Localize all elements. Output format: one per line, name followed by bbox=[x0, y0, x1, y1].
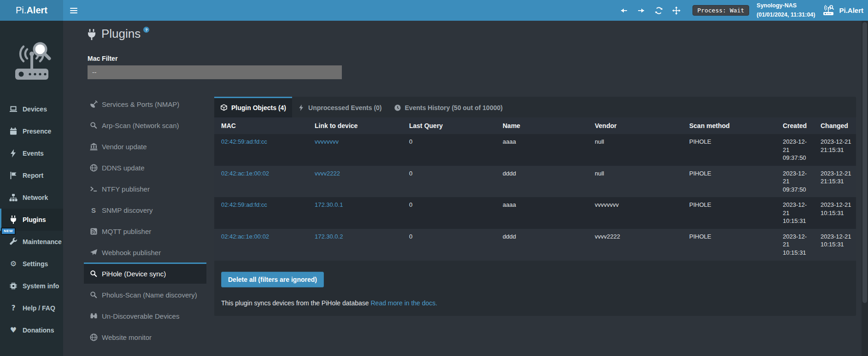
binoculars-icon bbox=[89, 312, 98, 320]
mac-link[interactable]: 02:42:ac:1e:00:02 bbox=[214, 229, 311, 261]
plugin-nav: Services & Ports (NMAP) Arp-Scan (Networ… bbox=[84, 93, 206, 347]
delete-all-button[interactable]: Delete all (filters are ignored) bbox=[221, 272, 324, 287]
refresh-button[interactable] bbox=[650, 0, 668, 21]
vendor-cell: vvvvvvvv bbox=[591, 197, 686, 229]
table-row: 02:42:ac:1e:00:02 172.30.0.2 0 dddd vvvv… bbox=[214, 229, 856, 261]
globe-icon bbox=[89, 164, 98, 172]
plugin-nav-item-mqtt-publisher[interactable]: MQTT publisher bbox=[84, 220, 206, 241]
plugin-nav-item-webhook-publisher[interactable]: Webhook publisher bbox=[84, 241, 206, 263]
nav-back-button[interactable] bbox=[615, 0, 633, 21]
move-icon bbox=[672, 6, 680, 15]
sidebar-menu: Devices Presence Events Report Network P bbox=[0, 98, 63, 341]
plugin-nav-item-snmp-discovery[interactable]: S SNMP discovery bbox=[84, 199, 206, 220]
scrollbar-thumb[interactable] bbox=[862, 22, 867, 303]
name-cell: aaaa bbox=[499, 197, 591, 229]
sidebar-item-donations[interactable]: ♥ Donations bbox=[0, 319, 63, 341]
scan-method-cell: PIHOLE bbox=[686, 229, 779, 261]
nav-forward-button[interactable] bbox=[633, 0, 650, 21]
sidebar-item-network[interactable]: Network bbox=[0, 187, 63, 209]
host-name: Synology-NAS bbox=[757, 1, 815, 10]
router-scan-icon bbox=[821, 5, 835, 17]
page-scrollbar[interactable] bbox=[862, 21, 868, 356]
docs-link[interactable]: Read more in the docs. bbox=[371, 299, 438, 307]
router-scan-logo-icon bbox=[9, 39, 55, 82]
mac-link[interactable]: 02:42:59:ad:fd:cc bbox=[214, 134, 311, 166]
brand-suffix: Alert bbox=[26, 5, 47, 16]
device-link[interactable]: vvvv2222 bbox=[311, 166, 405, 198]
column-header-last-query[interactable]: Last Query bbox=[405, 117, 499, 134]
page-title: Plugins bbox=[101, 26, 141, 41]
changed-cell: 2023-12-21 10:15:31 bbox=[817, 229, 856, 261]
sidebar-item-devices[interactable]: Devices bbox=[0, 98, 63, 120]
vendor-cell: vvvv2222 bbox=[591, 229, 686, 261]
magnifier-icon bbox=[89, 122, 98, 129]
mac-link[interactable]: 02:42:59:ad:fd:cc bbox=[214, 197, 311, 229]
name-cell: dddd bbox=[499, 166, 591, 198]
plugin-description: This plugin syncs devices from the PiHol… bbox=[221, 299, 856, 307]
column-header-changed[interactable]: Changed bbox=[817, 117, 856, 134]
plugin-description-text: This plugin syncs devices from the PiHol… bbox=[221, 299, 369, 307]
app-brand[interactable]: Pi.Alert bbox=[0, 0, 63, 21]
name-cell: dddd bbox=[499, 229, 591, 261]
sidebar-item-help-faq[interactable]: ? Help / FAQ bbox=[0, 297, 63, 319]
column-header-scan-method[interactable]: Scan method bbox=[686, 117, 779, 134]
column-header-vendor[interactable]: Vendor bbox=[591, 117, 686, 134]
plugin-nav-item-pihole-device-sync[interactable]: PiHole (Device sync) bbox=[84, 263, 206, 284]
terminal-icon bbox=[89, 185, 98, 193]
sidebar-item-events[interactable]: Events bbox=[0, 142, 63, 164]
table-header-row: MAC Link to device Last Query Name Vendo… bbox=[214, 117, 856, 134]
plugin-nav-item-website-monitor[interactable]: Website monitor bbox=[84, 326, 206, 347]
topbar-app-name: Pi.Alert bbox=[839, 6, 863, 14]
plugin-nav-item-arp-scan[interactable]: Arp-Scan (Network scan) bbox=[84, 114, 206, 135]
plugin-nav-item-services-ports[interactable]: Services & Ports (NMAP) bbox=[84, 93, 206, 114]
plugin-nav-item-ddns-update[interactable]: DDNS update bbox=[84, 157, 206, 178]
sidebar-item-system-info[interactable]: System info bbox=[0, 275, 63, 297]
arrow-right-icon bbox=[637, 6, 645, 15]
column-header-created[interactable]: Created bbox=[779, 117, 817, 134]
bank-icon bbox=[89, 143, 98, 151]
mac-filter-label: Mac Filter bbox=[88, 55, 117, 62]
tab-bar: Plugin Objects (4) Unprocessed Events (0… bbox=[214, 97, 856, 117]
help-badge[interactable]: ? bbox=[143, 27, 149, 33]
device-link[interactable]: 172.30.0.2 bbox=[311, 229, 405, 261]
name-cell: aaaa bbox=[499, 134, 591, 166]
column-header-mac[interactable]: MAC bbox=[214, 117, 311, 134]
created-cell: 2023-12-21 09:37:50 bbox=[779, 166, 817, 198]
tab-unprocessed-events[interactable]: Unprocessed Events (0) bbox=[292, 97, 388, 117]
move-button[interactable] bbox=[668, 0, 685, 21]
topbar-right: Process: Wait Synology-NAS (01/01/2024, … bbox=[615, 0, 868, 21]
plugin-nav-item-ntfy-publisher[interactable]: NTFY publisher bbox=[84, 178, 206, 199]
main-content: Plugins ? Mac Filter Services & Ports (N… bbox=[63, 21, 868, 356]
table-row: 02:42:ac:1e:00:02 vvvv2222 0 dddd null P… bbox=[214, 166, 856, 198]
tab-plugin-objects[interactable]: Plugin Objects (4) bbox=[214, 97, 292, 117]
device-link[interactable]: 172.30.0.1 bbox=[311, 197, 405, 229]
device-link[interactable]: vvvvvvvv bbox=[311, 134, 405, 166]
sidebar-item-presence[interactable]: Presence bbox=[0, 120, 63, 142]
column-header-link[interactable]: Link to device bbox=[311, 117, 405, 134]
last-query-cell: 0 bbox=[405, 197, 499, 229]
plugin-nav-item-pholus-scan[interactable]: Pholus-Scan (Name discovery) bbox=[84, 284, 206, 305]
scan-method-cell: PIHOLE bbox=[686, 166, 779, 198]
plugin-panel: Plugin Objects (4) Unprocessed Events (0… bbox=[214, 97, 856, 316]
changed-cell: 2023-12-21 21:15:31 bbox=[817, 166, 856, 198]
plugin-nav-item-undiscoverable-devices[interactable]: Un-Discoverable Devices bbox=[84, 305, 206, 326]
plugin-objects-table: MAC Link to device Last Query Name Vendo… bbox=[214, 117, 856, 261]
sidebar-item-settings[interactable]: ⚙ Settings bbox=[0, 253, 63, 275]
mac-filter-input[interactable] bbox=[88, 65, 342, 79]
last-query-cell: 0 bbox=[405, 134, 499, 166]
host-info: Synology-NAS (01/01/2024, 11:31:04) bbox=[757, 1, 815, 19]
created-cell: 2023-12-21 10:15:31 bbox=[779, 197, 817, 229]
column-header-name[interactable]: Name bbox=[499, 117, 591, 134]
sidebar: Devices Presence Events Report Network P bbox=[0, 21, 63, 356]
created-cell: 2023-12-21 10:15:31 bbox=[779, 229, 817, 261]
topbar: Pi.Alert Process: Wait Synology-NAS bbox=[0, 0, 868, 21]
sidebar-item-maintenance[interactable]: NEW Maintenance bbox=[0, 231, 63, 253]
sidebar-toggle-button[interactable] bbox=[63, 0, 84, 21]
plugin-nav-item-vendor-update[interactable]: Vendor update bbox=[84, 135, 206, 157]
tab-events-history[interactable]: Events History (50 out of 10000) bbox=[388, 97, 509, 117]
mac-link[interactable]: 02:42:ac:1e:00:02 bbox=[214, 166, 311, 198]
rss-square-icon bbox=[89, 228, 98, 235]
flag-icon bbox=[9, 171, 18, 180]
sidebar-item-report[interactable]: Report bbox=[0, 164, 63, 187]
arrow-left-icon bbox=[620, 6, 628, 15]
